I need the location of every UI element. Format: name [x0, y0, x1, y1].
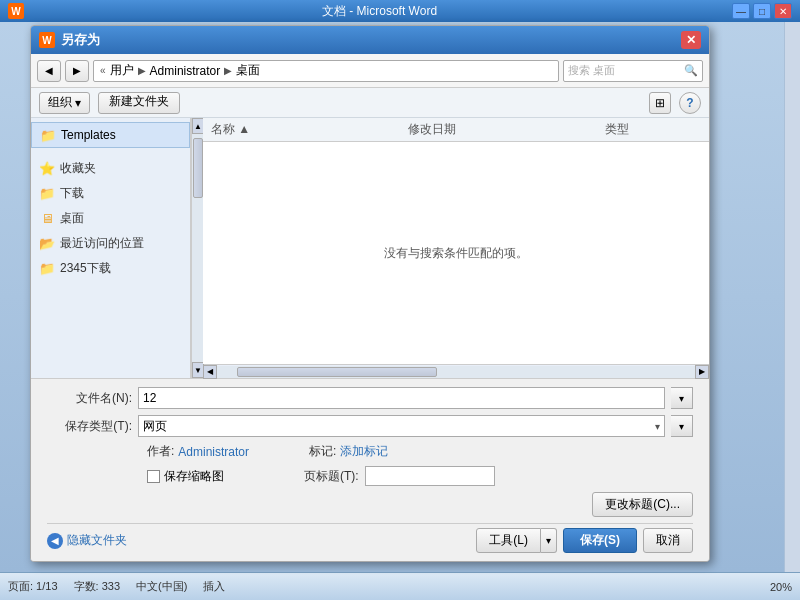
- word-icon: W: [8, 3, 24, 19]
- filename-row: 文件名(N): ▾: [47, 387, 693, 409]
- filetype-label: 保存类型(T):: [47, 418, 132, 435]
- downloads-icon: 📁: [39, 186, 55, 202]
- tags-label: 标记:: [309, 443, 336, 460]
- page-title-input[interactable]: [365, 466, 495, 486]
- action-row: ◀ 隐藏文件夹 工具(L) ▾ 保存(S) 取消: [47, 523, 693, 553]
- lang-info: 中文(中国): [136, 579, 187, 594]
- dialog-word-icon: W: [39, 32, 55, 48]
- filename-input[interactable]: [138, 387, 665, 409]
- hscroll-right-btn[interactable]: ▶: [695, 365, 709, 379]
- hide-folder-btn[interactable]: ◀ 隐藏文件夹: [47, 532, 127, 549]
- page-info: 页面: 1/13: [8, 579, 58, 594]
- desktop-icon: 🖥: [39, 211, 55, 227]
- word-count: 字数: 333: [74, 579, 120, 594]
- column-headers: 名称 ▲ 修改日期 类型: [203, 118, 709, 142]
- dialog-title: 另存为: [61, 31, 681, 49]
- action-buttons: 工具(L) ▾ 保存(S) 取消: [476, 528, 693, 553]
- cancel-btn[interactable]: 取消: [643, 528, 693, 553]
- search-placeholder: 搜索 桌面: [568, 63, 615, 78]
- sidebar-scrollbar[interactable]: ▲ ▼: [191, 118, 203, 378]
- sidebar-item-recent[interactable]: 📂 最近访问的位置: [31, 231, 190, 256]
- filename-label: 文件名(N):: [47, 390, 132, 407]
- author-label: 作者:: [147, 443, 174, 460]
- address-back-arrow: «: [100, 65, 106, 76]
- save-btn[interactable]: 保存(S): [563, 528, 637, 553]
- 2345-icon: 📁: [39, 261, 55, 277]
- filetype-row: 保存类型(T): 网页 ▾ ▾: [47, 415, 693, 437]
- organize-arrow: ▾: [75, 96, 81, 110]
- filetype-select-arrow: ▾: [655, 421, 660, 432]
- col-date-header[interactable]: 修改日期: [408, 121, 601, 138]
- filetype-dropdown-btn[interactable]: ▾: [671, 415, 693, 437]
- change-title-row: 更改标题(C)...: [47, 492, 693, 517]
- views-btn[interactable]: ⊞: [649, 92, 671, 114]
- thumbnail-checkbox[interactable]: [147, 470, 160, 483]
- help-btn[interactable]: ?: [679, 92, 701, 114]
- 2345-label: 2345下载: [60, 260, 111, 277]
- search-box[interactable]: 搜索 桌面 🔍: [563, 60, 703, 82]
- col-type-header[interactable]: 类型: [605, 121, 701, 138]
- word-close-btn[interactable]: ✕: [774, 3, 792, 19]
- scrollbar-down-btn[interactable]: ▼: [192, 362, 204, 378]
- file-list-area: 名称 ▲ 修改日期 类型 没有与搜索条件匹配的项。: [203, 118, 709, 364]
- author-value[interactable]: Administrator: [178, 445, 249, 459]
- word-title: 文档 - Microsoft Word: [30, 3, 729, 20]
- sidebar-item-favorites[interactable]: ⭐ 收藏夹: [31, 156, 190, 181]
- col-name-header[interactable]: 名称 ▲: [211, 121, 404, 138]
- change-title-btn[interactable]: 更改标题(C)...: [592, 492, 693, 517]
- dialog-close-btn[interactable]: ✕: [681, 31, 701, 49]
- new-folder-btn[interactable]: 新建文件夹: [98, 92, 180, 114]
- edit-mode: 插入: [203, 579, 225, 594]
- empty-message: 没有与搜索条件匹配的项。: [203, 142, 709, 364]
- sort-arrow: ▲: [238, 122, 250, 136]
- zoom-level: 20%: [770, 581, 792, 593]
- sidebar-item-downloads[interactable]: 📁 下载: [31, 181, 190, 206]
- address-bar[interactable]: « 用户 ▶ Administrator ▶ 桌面: [93, 60, 559, 82]
- sidebar-item-templates[interactable]: 📁 Templates: [31, 122, 190, 148]
- hscroll-thumb[interactable]: [237, 367, 437, 377]
- nav-back-btn[interactable]: ◀: [37, 60, 61, 82]
- hscroll-track[interactable]: [217, 366, 695, 378]
- nav-forward-btn[interactable]: ▶: [65, 60, 89, 82]
- organize-label: 组织: [48, 94, 72, 111]
- taskbar: 页面: 1/13 字数: 333 中文(中国) 插入 20%: [0, 572, 800, 600]
- desktop-label: 桌面: [60, 210, 84, 227]
- address-part-user: 用户: [110, 62, 134, 79]
- meta-row: 作者: Administrator 标记: 添加标记: [47, 443, 693, 460]
- dialog-titlebar: W 另存为 ✕: [31, 26, 709, 54]
- thumb-row: 保存缩略图 页标题(T):: [47, 466, 693, 486]
- dialog-toolbar: ◀ ▶ « 用户 ▶ Administrator ▶ 桌面 搜索 桌面 🔍: [31, 54, 709, 88]
- word-minimize-btn[interactable]: —: [732, 3, 750, 19]
- address-sep1: ▶: [138, 65, 146, 76]
- recent-icon: 📂: [39, 236, 55, 252]
- word-maximize-btn[interactable]: □: [753, 3, 771, 19]
- organize-btn[interactable]: 组织 ▾: [39, 92, 90, 114]
- sidebar-item-2345[interactable]: 📁 2345下载: [31, 256, 190, 281]
- address-part-admin: Administrator: [150, 64, 221, 78]
- tags-value[interactable]: 添加标记: [340, 443, 388, 460]
- page-title-label: 页标题(T):: [304, 468, 359, 485]
- templates-folder-icon: 📁: [40, 127, 56, 143]
- word-titlebar: W 文档 - Microsoft Word — □ ✕: [0, 0, 800, 22]
- address-sep2: ▶: [224, 65, 232, 76]
- filetype-select[interactable]: 网页 ▾: [138, 415, 665, 437]
- horizontal-scrollbar[interactable]: ◀ ▶: [203, 364, 709, 378]
- filename-dropdown-btn[interactable]: ▾: [671, 387, 693, 409]
- dialog-body: 📁 Templates ⭐ 收藏夹 📁 下载 🖥 桌面: [31, 118, 709, 378]
- tools-arrow-btn[interactable]: ▾: [541, 528, 557, 553]
- sidebar-item-desktop[interactable]: 🖥 桌面: [31, 206, 190, 231]
- save-as-dialog: W 另存为 ✕ ◀ ▶ « 用户 ▶ Administrator ▶ 桌面 搜索…: [30, 25, 710, 562]
- address-part-desktop: 桌面: [236, 62, 260, 79]
- favorites-label: 收藏夹: [60, 160, 96, 177]
- templates-label: Templates: [61, 128, 116, 142]
- hscroll-left-btn[interactable]: ◀: [203, 365, 217, 379]
- dialog-footer: 文件名(N): ▾ 保存类型(T): 网页 ▾ ▾ 作者: Administra…: [31, 378, 709, 561]
- tools-btn[interactable]: 工具(L): [476, 528, 541, 553]
- hide-folder-icon: ◀: [47, 533, 63, 549]
- search-icon: 🔍: [684, 64, 698, 77]
- filetype-value: 网页: [143, 418, 167, 435]
- tools-btn-group: 工具(L) ▾: [476, 528, 557, 553]
- word-scrollbar[interactable]: [784, 22, 800, 572]
- recent-label: 最近访问的位置: [60, 235, 144, 252]
- scrollbar-thumb[interactable]: [193, 138, 203, 198]
